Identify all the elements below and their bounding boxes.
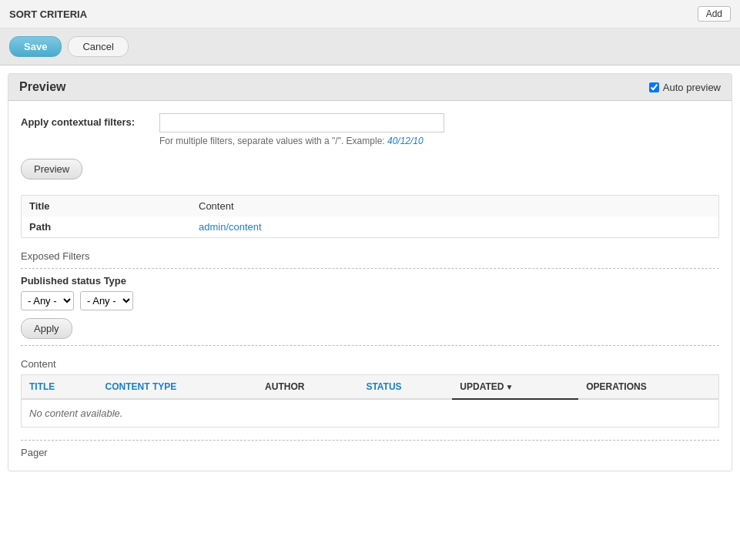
auto-preview-checkbox[interactable]: [649, 82, 659, 92]
empty-message: No content available.: [22, 399, 719, 428]
filter-controls: - Any -- Any -: [21, 291, 719, 310]
preview-button[interactable]: Preview: [21, 159, 82, 179]
preview-body: Apply contextual filters: For multiple f…: [8, 101, 732, 471]
content-table-head: TITLECONTENT TYPEAUTHORSTATUSUPDATED▼OPE…: [22, 375, 719, 400]
auto-preview-label[interactable]: Auto preview: [649, 82, 721, 93]
row-value[interactable]: admin/content: [191, 216, 718, 237]
table-row: No content available.: [22, 399, 719, 428]
pager-section: Pager: [21, 440, 719, 458]
contextual-filters-example: 40/12/10: [387, 136, 424, 146]
contextual-filters-label: Apply contextual filters:: [21, 113, 159, 128]
auto-preview-text: Auto preview: [663, 82, 721, 93]
sort-criteria-title: SORT CRITERIA: [9, 8, 87, 20]
table-row: TitleContent: [22, 196, 718, 216]
apply-button[interactable]: Apply: [21, 318, 72, 339]
row-value: Content: [191, 196, 718, 216]
exposed-filters-section: Exposed Filters Published status Type - …: [21, 250, 719, 346]
content-table-header-row: TITLECONTENT TYPEAUTHORSTATUSUPDATED▼OPE…: [22, 375, 719, 400]
table-row: Pathadmin/content: [22, 216, 718, 237]
content-section: Content TITLECONTENT TYPEAUTHORSTATUSUPD…: [21, 358, 719, 428]
preview-header: Preview Auto preview: [8, 74, 732, 101]
content-table-body: No content available.: [22, 399, 719, 428]
sort-icon: ▼: [505, 383, 513, 391]
filter-select-type[interactable]: - Any -: [80, 291, 133, 310]
row-label: Path: [22, 216, 191, 237]
filter-select-published-status[interactable]: - Any -: [21, 291, 74, 310]
preview-section: Preview Auto preview Apply contextual fi…: [8, 73, 732, 471]
add-sort-criteria-button[interactable]: Add: [698, 6, 731, 22]
column-header-status[interactable]: STATUS: [358, 375, 452, 400]
content-section-label: Content: [21, 358, 719, 370]
column-header-content-type[interactable]: CONTENT TYPE: [98, 375, 257, 400]
content-table: TITLECONTENT TYPEAUTHORSTATUSUPDATED▼OPE…: [21, 374, 719, 428]
exposed-filters-label: Exposed Filters: [21, 250, 719, 262]
column-header-title[interactable]: TITLE: [22, 375, 98, 400]
exposed-filters-bottom-divider: [21, 345, 719, 346]
contextual-filters-row: Apply contextual filters: For multiple f…: [21, 113, 719, 146]
filter-fields-label: Published status Type: [21, 275, 719, 287]
column-header-updated: UPDATED▼: [452, 375, 578, 400]
data-table-area: TitleContentPathadmin/content: [21, 195, 719, 238]
sort-criteria-bar: SORT CRITERIA Add: [0, 0, 740, 29]
pager-top-divider: [21, 440, 719, 441]
column-header-operations: OPERATIONS: [578, 375, 718, 400]
contextual-filters-hint-text: For multiple filters, separate values wi…: [159, 136, 385, 146]
contextual-filters-right: For multiple filters, separate values wi…: [159, 113, 719, 146]
exposed-filters-divider: [21, 268, 719, 269]
column-header-author: AUTHOR: [257, 375, 358, 400]
contextual-filters-input[interactable]: [159, 113, 444, 132]
cancel-button[interactable]: Cancel: [68, 36, 128, 57]
save-button[interactable]: Save: [9, 36, 62, 57]
preview-section-title: Preview: [19, 80, 65, 94]
info-table: TitleContentPathadmin/content: [22, 196, 718, 237]
pager-label: Pager: [21, 447, 719, 458]
contextual-filters-hint: For multiple filters, separate values wi…: [159, 136, 719, 146]
row-label: Title: [22, 196, 191, 216]
action-bar: Save Cancel: [0, 29, 740, 65]
